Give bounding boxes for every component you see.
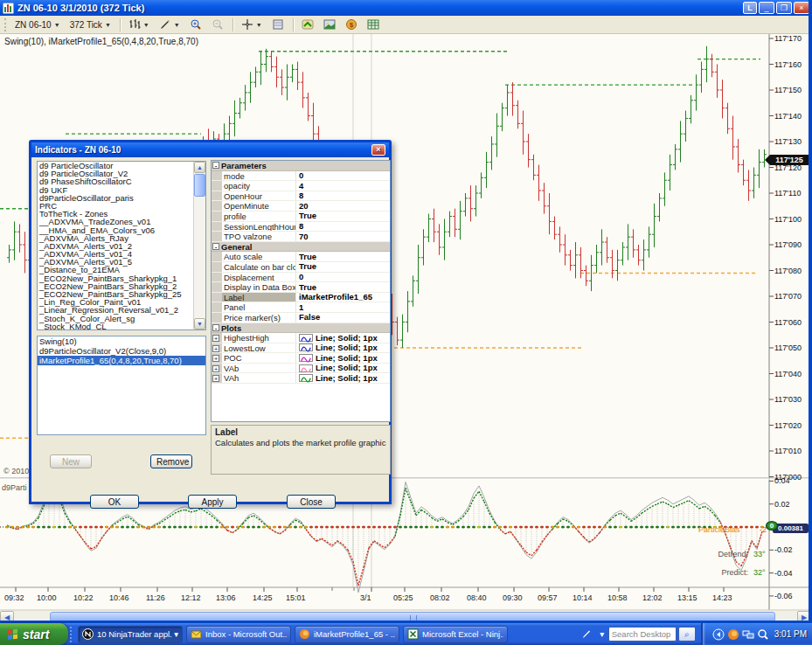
property-value[interactable]: 0	[296, 273, 390, 282]
property-value[interactable]: False	[296, 313, 390, 322]
property-row[interactable]: opacity4	[212, 181, 390, 191]
draw-tools-button[interactable]: ▼	[155, 17, 184, 32]
expand-icon[interactable]: +	[212, 375, 219, 382]
collapse-icon[interactable]: -	[212, 162, 219, 169]
collapse-icon[interactable]: -	[212, 243, 219, 250]
property-row[interactable]: OpenMinute20	[212, 201, 390, 212]
toolbar-grip[interactable]	[4, 18, 8, 31]
property-group-header[interactable]: -Parameters	[212, 161, 390, 171]
deskbar-pen-icon[interactable]	[580, 628, 593, 642]
property-row[interactable]: TPO valzone70	[212, 232, 390, 242]
applied-indicators-list[interactable]: Swing(10)d9ParticleOscillator_V2(Close,9…	[37, 336, 206, 435]
link-button[interactable]: L	[743, 2, 757, 14]
ok-button[interactable]: OK	[90, 495, 139, 509]
property-value[interactable]: True	[296, 262, 390, 272]
data-box-button[interactable]	[267, 17, 288, 32]
dialog-titlebar[interactable]: Indicators - ZN 06-10 ×	[31, 142, 389, 157]
expand-icon[interactable]: +	[212, 335, 219, 342]
plot-value[interactable]: Line; Solid; 1px	[296, 333, 390, 343]
plot-row[interactable]: +HighestHighLine; Solid; 1px	[212, 333, 390, 343]
applied-indicator-item[interactable]: Swing(10)	[38, 336, 205, 346]
zoom-in-button[interactable]	[185, 17, 206, 32]
data-grid-button[interactable]	[363, 17, 384, 32]
close-button[interactable]: ×	[794, 2, 809, 14]
applied-indicator-item[interactable]: d9ParticleOscillator_V2(Close,9,0)	[38, 346, 205, 356]
property-value[interactable]: 1	[296, 302, 390, 312]
plot-row[interactable]: +POCLine; Solid; 1px	[212, 353, 390, 364]
property-value[interactable]: True	[296, 252, 390, 261]
crosshair-button[interactable]: ▼	[237, 17, 267, 32]
plot-value[interactable]: Line; Solid; 1px	[296, 343, 390, 353]
deskbar-options-icon[interactable]: ▾	[596, 628, 608, 642]
instrument-dropdown[interactable]: ZN 06-10▼	[10, 17, 65, 32]
zoom-out-button[interactable]	[207, 17, 228, 32]
property-row[interactable]: LabeliMarketProfile1_65	[212, 293, 390, 303]
property-grid[interactable]: -Parametersmode0opacity4OpenHour8OpenMin…	[211, 160, 391, 422]
available-indicators-list[interactable]: ▲ ▼ d9 ParticleOscillatord9 ParticleOsci…	[37, 161, 206, 330]
scroll-up-icon[interactable]: ▲	[194, 162, 205, 173]
property-group-header[interactable]: -Plots	[212, 323, 390, 334]
indicator-list-item[interactable]: _Stock_KMod_CL	[38, 322, 192, 330]
property-row[interactable]: Displacement0	[212, 273, 390, 283]
property-row[interactable]: Auto scaleTrue	[212, 252, 390, 262]
taskbar-button-firefox[interactable]: iMarketProfile1_65 - ...	[295, 626, 399, 643]
account-button[interactable]: $	[341, 17, 362, 32]
property-row[interactable]: OpenHour8	[212, 191, 390, 202]
plot-value[interactable]: Line; Solid; 1px	[296, 373, 390, 383]
taskbar-grip[interactable]	[70, 627, 74, 642]
property-value[interactable]: 8	[296, 222, 390, 232]
expand-icon[interactable]: +	[212, 345, 219, 352]
restore-button[interactable]: ❐	[776, 2, 792, 14]
property-value[interactable]: 8	[296, 191, 390, 201]
scroll-down-icon[interactable]: ▼	[194, 318, 205, 329]
plot-row[interactable]: +VAbLine; Solid; 1px	[212, 364, 390, 374]
property-row[interactable]: Price marker(s)False	[212, 313, 390, 323]
interval-dropdown[interactable]: 372 Tick▼	[66, 17, 115, 32]
property-row[interactable]: Panel1	[212, 302, 390, 313]
list-scrollbar[interactable]: ▲ ▼	[193, 162, 205, 329]
tray-back-icon[interactable]	[712, 628, 725, 641]
dialog-close-icon[interactable]: ×	[371, 144, 385, 156]
property-row[interactable]: Display in Data BoxTrue	[212, 282, 390, 293]
close-dialog-button[interactable]: Close	[287, 495, 336, 509]
taskbar-button-excel[interactable]: Microsoft Excel - Ninj...	[403, 626, 508, 643]
plot-row[interactable]: +VAhLine; Solid; 1px	[212, 373, 390, 384]
new-button[interactable]: New	[50, 454, 92, 468]
chart-style-button[interactable]: ▼	[124, 17, 154, 32]
search-desktop-input[interactable]	[608, 627, 677, 642]
remove-button[interactable]: Remove	[150, 454, 192, 468]
property-value[interactable]: True	[296, 212, 390, 221]
applied-indicator-item[interactable]: iMarketProfile1_65(0,4,8,20,True,8,70)	[38, 356, 205, 365]
tray-search-icon[interactable]	[757, 628, 769, 641]
property-group-header[interactable]: -General	[212, 242, 390, 253]
plot-value[interactable]: Line; Solid; 1px	[296, 353, 390, 363]
property-row[interactable]: SessionLengthHours8	[212, 222, 390, 232]
apply-button[interactable]: Apply	[188, 495, 237, 509]
taskbar-button-outlook[interactable]: Inbox - Microsoft Out...	[186, 626, 291, 643]
property-value[interactable]: iMarketProfile1_65	[296, 293, 390, 302]
property-row[interactable]: mode0	[212, 171, 390, 182]
scrollbar-thumb[interactable]	[194, 174, 205, 197]
property-value[interactable]: 70	[296, 232, 390, 241]
start-button[interactable]: start	[0, 623, 68, 645]
tray-firefox-icon[interactable]	[727, 628, 739, 641]
property-value[interactable]: 0	[296, 171, 390, 181]
indicator-list-item[interactable]: d9ParticleOscillator_paris	[38, 194, 192, 202]
expand-icon[interactable]: +	[212, 355, 219, 362]
window-titlebar[interactable]: ZN 06-10 3/1/2010 (372 Tick) L _ ❐ ×	[0, 0, 812, 16]
plot-row[interactable]: +LowestLowLine; Solid; 1px	[212, 343, 390, 354]
expand-icon[interactable]: +	[212, 365, 219, 372]
plot-value[interactable]: Line; Solid; 1px	[296, 364, 390, 373]
property-row[interactable]: Calculate on bar closeTrue	[212, 262, 390, 273]
property-value[interactable]: 20	[296, 201, 390, 211]
minimize-button[interactable]: _	[759, 2, 774, 14]
collapse-icon[interactable]: -	[212, 324, 219, 331]
search-icon[interactable]: ⌕	[678, 627, 696, 642]
taskbar-button-ninjatrader[interactable]: 10 NinjaTrader appl...▾	[78, 626, 183, 643]
chart-trader-button[interactable]	[297, 17, 318, 32]
property-value[interactable]: True	[296, 282, 390, 292]
indicators-dialog[interactable]: Indicators - ZN 06-10 × ▲ ▼ d9 ParticleO…	[29, 140, 392, 504]
snapshot-button[interactable]	[319, 17, 340, 32]
tray-network-icon[interactable]	[742, 628, 754, 641]
property-row[interactable]: profileTrue	[212, 212, 390, 222]
